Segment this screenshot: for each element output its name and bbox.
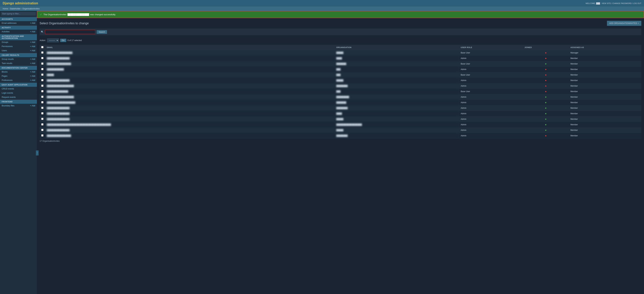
select-all-checkbox[interactable] (41, 46, 44, 48)
search-input[interactable] (45, 30, 95, 34)
site-title: Django administration (3, 1, 38, 5)
col-user-role[interactable]: USER ROLE (459, 45, 523, 50)
email-cell[interactable]: ████████████ (45, 67, 334, 72)
sidebar-add-email-addresses[interactable]: + Add (30, 22, 35, 24)
org-cell[interactable]: ████ (334, 111, 459, 116)
org-cell[interactable]: ███ (334, 89, 459, 94)
action-go-button[interactable]: Go (60, 39, 66, 42)
sidebar-add-users[interactable]: + Add (30, 49, 35, 52)
org-cell[interactable]: ████ (334, 56, 459, 61)
sidebar-link-email-addresses[interactable]: Email addresses (2, 22, 16, 24)
row-checkbox-15[interactable] (41, 134, 44, 137)
search-button[interactable]: Search (96, 30, 107, 34)
sidebar-link-permissions[interactable]: Permissions (2, 45, 12, 47)
sidebar-link-activities[interactable]: Activities (2, 30, 10, 33)
col-assigned-as[interactable]: ASSIGNED AS (569, 45, 641, 50)
breadcrumb-stakeholder[interactable]: Stakeholder (10, 7, 21, 10)
org-cell[interactable]: ██████████████████ (334, 122, 459, 127)
logout-link[interactable]: LOG OUT (633, 2, 641, 4)
col-email[interactable]: EMAIL (45, 45, 334, 50)
email-cell[interactable]: ████████████████ (45, 111, 334, 116)
row-checkbox-cell (40, 122, 45, 127)
row-checkbox-cell (40, 127, 45, 133)
email-cell[interactable]: ████████████████ (45, 56, 334, 61)
sidebar-item-email-addresses: Email addresses + Add (0, 21, 37, 25)
row-checkbox-13[interactable] (41, 123, 44, 125)
sidebar-section-audit: EASY AUDIT APPLICATION (0, 83, 37, 87)
email-cell[interactable]: ███████████████████ (45, 94, 334, 100)
email-cell[interactable]: ████████████████ (45, 127, 334, 133)
sidebar-filter-input[interactable] (1, 12, 36, 15)
sidebar-link-login-events[interactable]: Login events (2, 92, 13, 94)
sidebar-add-group-results[interactable]: + Add (30, 58, 35, 60)
sidebar-link-boundary-files[interactable]: Boundary files (2, 104, 14, 107)
sidebar-add-activities[interactable]: + Add (30, 30, 35, 33)
sidebar-link-task-results[interactable]: Task results (2, 62, 12, 64)
view-site-link[interactable]: VIEW SITE (602, 2, 611, 4)
row-checkbox-cell (40, 100, 45, 105)
email-cell[interactable]: ████████████████████████████████████████… (45, 122, 334, 127)
row-checkbox-10[interactable] (41, 107, 44, 109)
row-checkbox-14[interactable] (41, 129, 44, 131)
email-cell[interactable]: ███████████████ (45, 89, 334, 94)
org-cell[interactable]: █████ (334, 116, 459, 122)
sidebar-add-permissions[interactable]: + Add (30, 45, 35, 47)
sidebar-add-groups[interactable]: + Add (30, 41, 35, 43)
email-cell[interactable]: █████████████████ (45, 61, 334, 67)
row-checkbox-6[interactable] (41, 85, 44, 87)
email-cell[interactable]: ████████████████ (45, 78, 334, 83)
row-checkbox-7[interactable] (41, 90, 44, 92)
org-cell[interactable]: ███ (334, 67, 459, 72)
sidebar-add-pages[interactable]: + Add (30, 75, 35, 77)
sidebar-add-blocks[interactable]: + Add (30, 71, 35, 73)
org-cell[interactable]: ███████ (334, 100, 459, 105)
org-cell[interactable]: █████ (334, 78, 459, 83)
row-checkbox-0[interactable] (41, 51, 44, 54)
org-cell[interactable]: ███████ (334, 61, 459, 67)
sidebar-link-blocks[interactable]: Blocks (2, 71, 8, 73)
row-checkbox-1[interactable] (41, 57, 44, 59)
col-organisation[interactable]: ORGANISATION (334, 45, 459, 50)
sidebar-link-users[interactable]: Users (2, 49, 7, 52)
sidebar-add-task-results[interactable]: + Add (30, 62, 35, 64)
org-cell[interactable]: ████████ (334, 133, 459, 139)
email-cell[interactable]: █████████████████ (45, 133, 334, 139)
email-cell[interactable]: ████████████████████ (45, 100, 334, 105)
add-organisationinvites-button[interactable]: ADD ORGANISATIONINVITES + (607, 21, 641, 26)
org-cell[interactable]: █████████ (334, 94, 459, 100)
joined-cell: ● (523, 67, 569, 72)
sidebar-collapse-button[interactable]: ‹ (36, 150, 38, 155)
sidebar-add-preferences[interactable]: + Add (30, 79, 35, 81)
org-cell[interactable]: ███ (334, 72, 459, 78)
org-cell[interactable]: ████████ (334, 83, 459, 89)
sidebar-link-group-results[interactable]: Group results (2, 58, 14, 60)
row-checkbox-8[interactable] (41, 96, 44, 98)
row-checkbox-4[interactable] (41, 73, 44, 76)
email-cell[interactable]: ████████████████ (45, 105, 334, 111)
org-cell[interactable]: █████ (334, 127, 459, 133)
sidebar-link-groups[interactable]: Groups (2, 41, 8, 43)
email-cell[interactable]: ████████████████ (45, 116, 334, 122)
row-checkbox-11[interactable] (41, 112, 44, 114)
org-cell[interactable]: █████ (334, 50, 459, 56)
email-cell[interactable]: ██████████████████ (45, 50, 334, 56)
role-cell: Base User (459, 50, 523, 56)
sidebar-add-boundary-files[interactable]: + Add (30, 104, 35, 107)
sidebar-link-request-events[interactable]: Request events (2, 96, 16, 98)
sidebar-link-preferences[interactable]: Preferences (2, 79, 12, 81)
org-cell[interactable]: ████████ (334, 105, 459, 111)
col-joined[interactable]: JOINED (523, 45, 569, 50)
sidebar-link-crud-events[interactable]: CRUD events (2, 88, 14, 90)
action-select[interactable]: --------- (47, 38, 59, 42)
sidebar-link-pages[interactable]: Pages (2, 75, 8, 77)
row-checkbox-cell (40, 133, 45, 139)
row-checkbox-9[interactable] (41, 101, 44, 103)
breadcrumb-home[interactable]: Home (3, 7, 8, 10)
row-checkbox-5[interactable] (41, 79, 44, 81)
email-cell[interactable]: ███████████████████ (45, 83, 334, 89)
row-checkbox-2[interactable] (41, 62, 44, 65)
row-checkbox-12[interactable] (41, 118, 44, 120)
email-cell[interactable]: █████ (45, 72, 334, 78)
row-checkbox-3[interactable] (41, 68, 44, 70)
change-password-link[interactable]: CHANGE PASSWORD (612, 2, 632, 4)
